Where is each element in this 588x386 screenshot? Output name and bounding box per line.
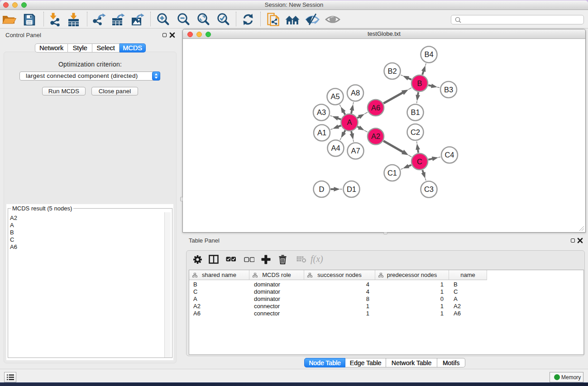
svg-text:C1: C1 <box>387 169 397 177</box>
svg-text:A1: A1 <box>317 129 326 137</box>
svg-text:C3: C3 <box>424 185 434 193</box>
svg-text:B4: B4 <box>424 50 433 58</box>
svg-text:A6: A6 <box>371 104 380 112</box>
svg-text:A2: A2 <box>371 132 380 140</box>
svg-text:A3: A3 <box>317 108 326 116</box>
svg-text:D: D <box>319 185 325 193</box>
svg-text:A: A <box>347 118 352 126</box>
svg-text:B3: B3 <box>444 86 453 94</box>
svg-text:B2: B2 <box>387 67 397 75</box>
svg-text:A7: A7 <box>351 147 360 155</box>
svg-text:C2: C2 <box>411 128 420 136</box>
svg-text:B1: B1 <box>411 108 420 116</box>
svg-text:C4: C4 <box>445 151 454 159</box>
svg-text:A8: A8 <box>351 89 360 97</box>
svg-text:B: B <box>417 79 422 87</box>
svg-text:A4: A4 <box>331 144 340 152</box>
svg-text:D1: D1 <box>347 185 356 193</box>
svg-text:A5: A5 <box>330 92 339 100</box>
svg-text:C: C <box>417 157 422 166</box>
